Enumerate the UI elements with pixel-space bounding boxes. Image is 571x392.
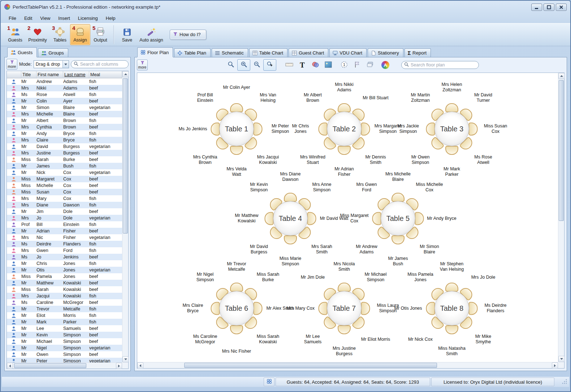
- guest-row[interactable]: MrJimDolebeef: [7, 208, 122, 215]
- colour-scheme-button[interactable]: A: [379, 59, 392, 71]
- seat-right[interactable]: [361, 302, 370, 315]
- seat-numbers-button[interactable]: 1: [338, 59, 351, 71]
- seat-right[interactable]: [415, 212, 424, 225]
- seat-guest-name[interactable]: Mrs Nikki Adams: [329, 82, 359, 93]
- shape-tool-button[interactable]: [309, 59, 322, 71]
- seat-guest-name[interactable]: Mrs Mary Cox: [286, 306, 315, 311]
- ruler-tool-button[interactable]: [283, 59, 296, 71]
- save-button[interactable]: Save: [117, 24, 137, 45]
- guest-row[interactable]: MrsMichelleBlairebeef: [7, 111, 122, 117]
- seat-guest-name[interactable]: Mr Bill Stuart: [361, 95, 390, 101]
- seat-guest-name[interactable]: Miss Sarah Burke: [253, 272, 283, 283]
- menu-help[interactable]: Help: [102, 14, 119, 22]
- seat-guest-name[interactable]: Mr Dennis Smith: [361, 154, 390, 165]
- menu-edit[interactable]: Edit: [21, 14, 36, 22]
- guest-search-input[interactable]: [80, 62, 126, 67]
- table-circle[interactable]: Table 4: [273, 201, 308, 236]
- column-header-first-name[interactable]: First name: [36, 71, 63, 78]
- step-proximity-button[interactable]: 2 Proximity: [25, 24, 50, 45]
- seat-top[interactable]: [230, 103, 243, 112]
- tab-table-chart[interactable]: Table Chart: [249, 48, 287, 57]
- guest-row[interactable]: MissMichelleCoxbeef: [7, 182, 122, 189]
- seat-right[interactable]: [469, 302, 478, 315]
- seat-guest-name[interactable]: Mrs Jacqui Kowalski: [253, 154, 283, 165]
- seat-left[interactable]: [426, 302, 435, 315]
- guest-row[interactable]: MsDeirdreFlandersfish: [7, 241, 122, 247]
- guest-row[interactable]: MrsNikkiAdamsbeef: [7, 85, 122, 91]
- seat-right[interactable]: [254, 302, 263, 315]
- seat-guest-name[interactable]: Ms Deirdre Flanders: [481, 303, 510, 314]
- seat-guest-name[interactable]: Mrs Sarah Smith: [307, 244, 337, 255]
- seat-guest-name[interactable]: Mrs Claire Bryce: [178, 303, 208, 314]
- table-circle[interactable]: Table 6: [219, 291, 254, 326]
- tab-groups[interactable]: Groups: [38, 48, 68, 57]
- seat-guest-name[interactable]: Mr Martin Zoltzman: [406, 92, 435, 103]
- table-circle[interactable]: Table 1: [219, 112, 254, 146]
- tab-table-plan[interactable]: Table Plan: [174, 48, 211, 57]
- seat-guest-name[interactable]: Miss Marie Simpson: [276, 256, 305, 267]
- guest-row[interactable]: MrOwenSimpsonbeef: [7, 351, 122, 358]
- seat-guest-name[interactable]: Mrs Anne Simpson: [307, 182, 337, 193]
- seat-guest-name[interactable]: Mr Mark Parker: [437, 166, 467, 177]
- guest-row[interactable]: MrDavidBurgessvegetarian: [7, 143, 122, 150]
- guest-row[interactable]: MrJamesBushfish: [7, 163, 122, 169]
- guest-row[interactable]: MissMargaretCoxbeef: [7, 176, 122, 182]
- seat-guest-name[interactable]: Mr Andy Bryce: [427, 216, 457, 221]
- scrollbar-thumb[interactable]: [14, 363, 86, 368]
- tab-vdu-chart[interactable]: VDU Chart: [329, 48, 367, 57]
- seat-guest-name[interactable]: Mrs Van Helsing: [253, 92, 283, 103]
- seat-guest-name[interactable]: Mr Otis Jones: [393, 306, 423, 311]
- seat-guest-name[interactable]: Miss Michelle Cox: [415, 182, 444, 193]
- seat-guest-name[interactable]: Mrs Gwen Ford: [352, 182, 381, 193]
- table-circle[interactable]: Table 3: [434, 112, 469, 146]
- column-header-last-name[interactable]: Last name: [63, 71, 89, 78]
- table-circle[interactable]: Table 7: [327, 291, 362, 326]
- menu-insert[interactable]: Insert: [55, 14, 74, 22]
- seat-top[interactable]: [338, 103, 351, 112]
- seat-top[interactable]: [445, 283, 458, 292]
- menu-view[interactable]: View: [36, 14, 54, 22]
- seat-guest-name[interactable]: Mrs Velda Watt: [222, 166, 251, 177]
- seat-bottom[interactable]: [230, 146, 243, 155]
- column-header-meal[interactable]: Meal: [89, 71, 122, 78]
- guest-row[interactable]: MissSarahBurkebeef: [7, 156, 122, 163]
- guest-row[interactable]: MrAdrianFisherbeef: [7, 228, 122, 234]
- seat-right[interactable]: [254, 122, 263, 135]
- seat-guest-name[interactable]: Mrs Jo Dole: [468, 275, 498, 280]
- tab-floor-plan[interactable]: Floor Plan: [137, 47, 173, 57]
- guest-list-vertical-scrollbar[interactable]: [122, 71, 128, 362]
- step-assign-button[interactable]: 4 Assign: [70, 24, 90, 45]
- tab-stationery[interactable]: Stationery: [368, 48, 403, 57]
- seat-top[interactable]: [284, 193, 297, 202]
- seat-bottom[interactable]: [445, 146, 458, 155]
- close-button[interactable]: [556, 4, 567, 11]
- seat-guest-name[interactable]: Mr Andrew Adams: [352, 244, 381, 255]
- seat-guest-name[interactable]: Mr Owen Simpson: [406, 154, 435, 165]
- seat-guest-name[interactable]: Mr Chris Jones: [286, 123, 315, 134]
- seat-bottom[interactable]: [445, 325, 458, 334]
- table-circle[interactable]: Table 5: [381, 201, 415, 236]
- guest-row[interactable]: MrsClaireBrycefish: [7, 137, 122, 143]
- menu-licensing[interactable]: Licensing: [74, 14, 101, 22]
- guest-row[interactable]: MrsJoDolevegetarian: [7, 215, 122, 221]
- more-filters-button[interactable]: more: [7, 59, 17, 70]
- seat-guest-name[interactable]: Mr Michael Simpson: [361, 272, 390, 283]
- seat-guest-name[interactable]: Mrs Michelle Blaire: [383, 171, 413, 182]
- seat-top[interactable]: [392, 193, 405, 202]
- seat-bottom[interactable]: [284, 235, 297, 244]
- seat-guest-name[interactable]: Prof Bill Einstein: [190, 92, 220, 103]
- seat-guest-name[interactable]: Mr Albert Brown: [298, 92, 328, 103]
- guest-row[interactable]: MrEliotMorrisfish: [7, 312, 122, 319]
- guest-row[interactable]: ProfBillEinsteinfish: [7, 221, 122, 228]
- tab-guest-chart[interactable]: Guest Chart: [289, 48, 328, 57]
- guest-row[interactable]: MsRoseAtwellfish: [7, 91, 122, 98]
- minimize-button[interactable]: [531, 4, 542, 11]
- tab-report[interactable]: Σ Report: [405, 48, 431, 57]
- maximize-button[interactable]: [544, 4, 554, 11]
- guest-row[interactable]: MrsMaryCoxfish: [7, 195, 122, 202]
- guest-row[interactable]: MrsCynthiaBrownbeef: [7, 124, 122, 130]
- seat-guest-name[interactable]: Mr Eliot Morris: [361, 337, 390, 342]
- seat-guest-name[interactable]: Mr Adrian Fisher: [329, 166, 359, 177]
- guest-row[interactable]: MissSusanCoxbeef: [7, 189, 122, 195]
- text-tool-button[interactable]: T: [296, 59, 309, 71]
